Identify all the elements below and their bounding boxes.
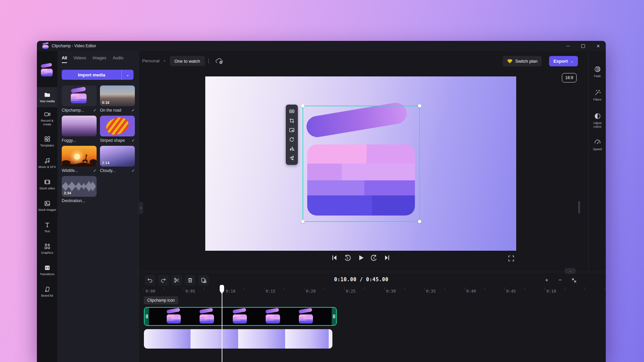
folder-icon <box>44 92 51 98</box>
tab-images[interactable]: Images <box>93 56 106 63</box>
delete-button[interactable] <box>185 275 196 286</box>
collapse-tool-rail-handle[interactable] <box>578 201 580 214</box>
media-item-on-the-road[interactable]: 0:16 On the road✓ <box>100 85 135 116</box>
sidebar-item-music-sfx[interactable]: Music & SFX <box>37 153 57 173</box>
selection-handle-top-left[interactable] <box>301 104 305 108</box>
shapes-icon <box>44 243 51 250</box>
redo-button[interactable] <box>158 275 169 286</box>
sidebar-item-text[interactable]: Text <box>37 217 57 237</box>
undo-icon <box>147 277 153 283</box>
chevron-down-icon: ⌄ <box>126 72 129 77</box>
duplicate-button[interactable] <box>198 275 209 286</box>
rotate-icon[interactable] <box>289 137 294 142</box>
close-button[interactable]: ✕ <box>591 41 606 51</box>
timeline-gradient-clip[interactable] <box>144 329 332 349</box>
left-rail: Your media Record & create Templates Mus… <box>37 51 57 362</box>
media-item-cloudy[interactable]: 2:14 Cloudy...✓ <box>100 146 135 176</box>
tool-filters[interactable]: Filters <box>589 89 606 102</box>
music-note-icon <box>44 157 51 164</box>
rewind-5-button[interactable]: 5 <box>342 253 353 263</box>
media-item-destination[interactable]: 3:34 Destination... <box>62 176 97 206</box>
minimize-button[interactable]: — <box>560 41 576 51</box>
trim-handle-right[interactable] <box>332 308 336 325</box>
resize-icon[interactable] <box>289 109 294 114</box>
sidebar-item-templates[interactable]: Templates <box>37 131 57 152</box>
timeline-video-clip[interactable] <box>144 307 337 326</box>
maximize-button[interactable] <box>576 41 591 51</box>
sidebar-item-brand-kit[interactable]: Brand kit <box>37 282 57 302</box>
collapse-preview-button[interactable]: ⌄ <box>565 268 576 274</box>
preview-canvas[interactable] <box>205 76 516 251</box>
canvas-floating-toolbar <box>286 105 298 165</box>
film-icon <box>44 179 51 185</box>
switch-plan-button[interactable]: Switch plan <box>503 56 542 66</box>
import-dropdown-button[interactable]: ⌄ <box>122 70 133 80</box>
flip-vertical-icon[interactable] <box>289 156 294 161</box>
giraffe-silhouette <box>62 146 97 167</box>
text-icon <box>44 222 51 228</box>
selection-handle-bottom-right[interactable] <box>418 220 421 223</box>
sidebar-item-stock-video[interactable]: Stock video <box>37 174 57 194</box>
kebab-icon: ⋮ <box>206 58 211 64</box>
trim-handle-left[interactable] <box>145 308 149 325</box>
playhead-line[interactable] <box>222 290 222 362</box>
redo-icon <box>160 277 166 283</box>
templates-icon <box>44 136 51 142</box>
transitions-icon <box>44 264 51 271</box>
tool-speed[interactable]: Speed <box>589 139 606 151</box>
export-button[interactable]: Export ⌄ <box>549 56 578 66</box>
forward-5-button[interactable]: 5 <box>369 253 379 263</box>
fit-timeline-button[interactable] <box>569 276 579 285</box>
more-options-button[interactable]: ⋮ <box>206 57 212 65</box>
sidebar-item-transitions[interactable]: Transitions <box>37 260 57 280</box>
breadcrumb-root[interactable]: Personal <box>142 58 159 63</box>
trash-icon <box>187 277 193 283</box>
selection-handle-top-right[interactable] <box>418 104 421 108</box>
sidebar-item-your-media[interactable]: Your media <box>37 87 57 107</box>
camera-icon <box>44 111 51 118</box>
tool-adjust-colors[interactable]: Adjust colors <box>589 113 606 129</box>
zoom-out-button[interactable]: − <box>555 276 565 285</box>
tab-audio[interactable]: Audio <box>113 56 123 63</box>
chevron-down-icon: ⌄ <box>571 59 574 63</box>
sync-status-icon <box>215 57 224 65</box>
sidebar-item-stock-images[interactable]: Stock images <box>37 196 57 216</box>
adjust-colors-icon <box>594 113 601 120</box>
media-item-clipchamp[interactable]: Clipchamp...✓ <box>62 85 97 116</box>
undo-button[interactable] <box>145 275 155 286</box>
crop-icon[interactable] <box>289 118 294 123</box>
titlebar: Clipchamp - Video Editor — ✕ <box>37 41 606 51</box>
clipchamp-app-logo-icon[interactable] <box>41 64 54 76</box>
flip-horizontal-icon[interactable] <box>289 146 294 152</box>
aspect-ratio-badge[interactable]: 16:9 <box>562 73 577 82</box>
selection-box[interactable] <box>303 106 420 222</box>
picture-in-picture-icon[interactable] <box>289 127 294 133</box>
media-item-striped-shape[interactable]: Striped shape✓ <box>100 116 135 146</box>
sidebar-item-record-create[interactable]: Record & create <box>37 109 57 129</box>
sidebar-item-graphics[interactable]: Graphics <box>37 239 57 259</box>
chevron-right-icon: › <box>164 58 165 63</box>
maximize-icon <box>581 44 585 48</box>
play-button[interactable] <box>356 253 366 263</box>
timeline-ruler[interactable]: 0:00 0:05 0:10 0:15 0:20 0:25 0:30 0:35 … <box>144 287 606 295</box>
skip-to-start-button[interactable] <box>329 253 339 263</box>
import-media-button[interactable]: Import media ⌄ <box>62 70 133 80</box>
check-icon: ✓ <box>131 138 135 143</box>
chevron-left-icon: ‹ <box>140 205 142 210</box>
media-item-wildlife[interactable]: Wildlife...✓ <box>62 146 97 176</box>
media-item-foggy[interactable]: Foggy... <box>62 116 97 146</box>
selection-handle-bottom-left[interactable] <box>301 220 305 223</box>
collapse-media-panel-handle[interactable]: ‹ <box>139 202 143 214</box>
gem-icon <box>507 59 513 64</box>
tab-all[interactable]: All <box>62 56 67 63</box>
project-name[interactable]: One to watch <box>170 56 205 66</box>
duplicate-icon <box>201 277 207 283</box>
tab-videos[interactable]: Videos <box>73 56 86 63</box>
tool-fade[interactable]: Fade <box>589 66 606 78</box>
split-button[interactable] <box>171 275 182 286</box>
fullscreen-button[interactable] <box>508 255 515 262</box>
scissors-icon <box>174 277 180 283</box>
zoom-in-button[interactable]: + <box>542 276 551 285</box>
skip-to-end-button[interactable] <box>382 253 392 263</box>
desktop-background: Clipchamp - Video Editor — ✕ Your media … <box>0 0 644 362</box>
